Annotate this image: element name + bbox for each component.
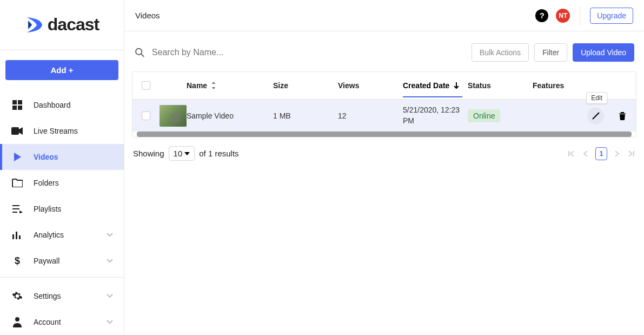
col-created[interactable]: Created Date: [403, 81, 468, 90]
chevron-down-icon: [107, 320, 113, 324]
sidebar-item-settings[interactable]: Settings: [0, 283, 124, 309]
delete-button[interactable]: [614, 107, 630, 124]
svg-rect-4: [11, 127, 19, 135]
avatar[interactable]: NT: [556, 9, 570, 23]
search-icon: [134, 47, 145, 58]
caret-down-icon: [184, 152, 190, 155]
chevron-down-icon: [107, 294, 113, 298]
svg-rect-9: [16, 232, 17, 239]
sidebar-item-label: Folders: [34, 179, 59, 187]
showing-label: Showing: [133, 149, 164, 158]
help-icon[interactable]: ?: [535, 9, 548, 22]
add-button[interactable]: Add +: [5, 60, 118, 80]
sidebar-item-videos[interactable]: Videos: [0, 144, 124, 170]
sidebar-item-playlists[interactable]: Playlists: [0, 196, 124, 222]
brand-name: dacast: [48, 15, 99, 35]
pencil-icon: [591, 111, 601, 121]
divider: [580, 6, 580, 25]
row-checkbox[interactable]: [142, 111, 150, 120]
status-badge: Online: [468, 109, 500, 122]
pagination: Showing 10 of 1 results 1: [132, 137, 636, 161]
svg-rect-2: [12, 106, 17, 110]
video-thumbnail: [160, 105, 187, 127]
content: Bulk Actions Filter Upload Video Name Si…: [124, 31, 644, 161]
of-results-label: of 1 results: [199, 149, 238, 158]
svg-text:$: $: [15, 255, 20, 266]
pager-last-icon[interactable]: [628, 150, 635, 157]
edit-button[interactable]: Edit: [587, 107, 604, 124]
col-views[interactable]: Views: [338, 81, 403, 90]
upgrade-button[interactable]: Upgrade: [590, 8, 633, 24]
horizontal-scrollbar[interactable]: [137, 132, 632, 137]
logo: dacast: [0, 0, 124, 50]
sidebar-item-folders[interactable]: Folders: [0, 170, 124, 196]
pager-first-icon[interactable]: [567, 150, 575, 157]
sort-both-icon: [210, 82, 217, 89]
gear-icon: [11, 290, 24, 303]
svg-rect-0: [12, 100, 17, 104]
col-size[interactable]: Size: [273, 81, 338, 90]
dollar-icon: $: [11, 254, 24, 267]
sidebar-item-account[interactable]: Account: [0, 309, 124, 335]
table-row[interactable]: Sample Video 1 MB 12 5/21/2020, 12:23 PM…: [132, 99, 636, 132]
cell-name: Sample Video: [187, 111, 273, 120]
pager-page-current[interactable]: 1: [595, 147, 607, 160]
svg-line-14: [141, 54, 144, 57]
topbar: Videos ? NT Upgrade: [124, 0, 644, 31]
sort-desc-icon: [453, 82, 460, 89]
chevron-down-icon: [107, 233, 113, 237]
main: Videos ? NT Upgrade Bulk Actions Filter …: [124, 0, 644, 335]
upload-video-button[interactable]: Upload Video: [573, 43, 634, 62]
pager-next-icon[interactable]: [615, 150, 620, 157]
brand-logo-icon: [25, 15, 44, 35]
svg-rect-1: [18, 100, 22, 104]
sidebar-item-paywall[interactable]: $Paywall: [0, 248, 124, 274]
per-page-select[interactable]: 10: [169, 146, 195, 161]
sidebar-item-label: Dashboard: [34, 101, 71, 109]
sidebar-item-dashboard[interactable]: Dashboard: [0, 92, 124, 118]
person-icon: [11, 316, 24, 329]
cell-created: 5/21/2020, 12:23 PM: [403, 105, 468, 126]
sidebar-item-label: Videos: [34, 153, 58, 161]
playlist-icon: [11, 202, 24, 215]
analytics-icon: [11, 228, 24, 241]
sidebar-item-live-streams[interactable]: Live Streams: [0, 118, 124, 144]
sidebar-item-label: Account: [34, 318, 61, 326]
trash-icon: [618, 111, 627, 121]
sidebar-item-label: Settings: [34, 292, 61, 300]
bulk-actions-button[interactable]: Bulk Actions: [472, 43, 529, 62]
table-header: Name Size Views Created Date Status F: [132, 72, 636, 99]
select-all-checkbox[interactable]: [142, 81, 150, 90]
svg-point-13: [136, 49, 142, 55]
svg-rect-8: [12, 234, 14, 239]
play-icon: [11, 150, 24, 163]
sidebar-item-label: Live Streams: [34, 127, 78, 135]
search-input[interactable]: [152, 48, 466, 57]
col-features[interactable]: Features: [533, 81, 587, 90]
sidebar: dacast Add + DashboardLive StreamsVideos…: [0, 0, 124, 335]
sidebar-item-label: Playlists: [34, 205, 61, 213]
col-name[interactable]: Name: [187, 81, 273, 90]
svg-rect-3: [18, 106, 22, 110]
svg-point-12: [15, 317, 19, 321]
nav-divider: [0, 277, 124, 278]
folder-icon: [11, 176, 24, 189]
nav: DashboardLive StreamsVideosFoldersPlayli…: [0, 90, 124, 274]
sidebar-item-label: Analytics: [34, 231, 64, 239]
edit-tooltip: Edit: [586, 92, 607, 104]
col-status[interactable]: Status: [468, 81, 533, 90]
nav-bottom: SettingsAccount: [0, 281, 124, 335]
filter-button[interactable]: Filter: [534, 43, 567, 62]
dashboard-icon: [11, 98, 24, 111]
cell-status: Online: [468, 109, 533, 122]
svg-rect-10: [19, 235, 21, 239]
videos-table: Name Size Views Created Date Status F: [132, 71, 636, 137]
pager-prev-icon[interactable]: [582, 150, 588, 157]
cell-size: 1 MB: [273, 111, 338, 120]
sidebar-item-label: Paywall: [34, 257, 59, 265]
sidebar-item-analytics[interactable]: Analytics: [0, 222, 124, 248]
toolbar: Bulk Actions Filter Upload Video: [132, 43, 636, 71]
camera-icon: [11, 124, 24, 137]
chevron-down-icon: [107, 259, 113, 263]
page-title: Videos: [135, 11, 160, 20]
